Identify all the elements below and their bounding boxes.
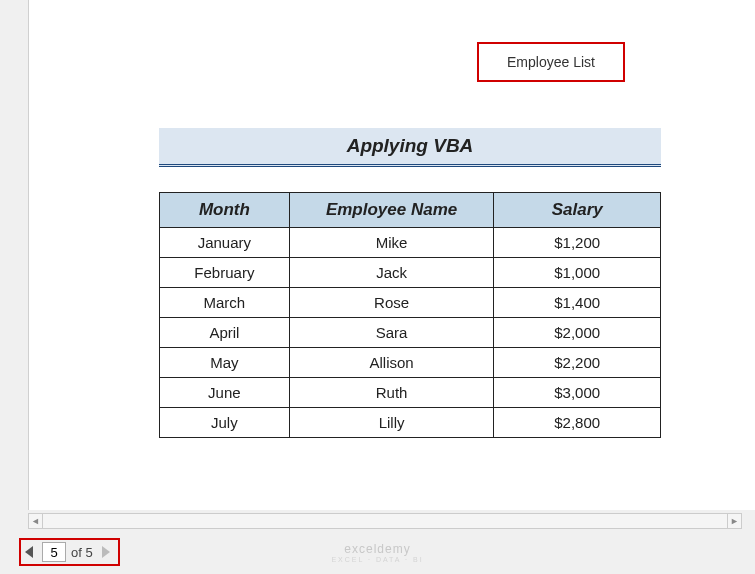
cell-month: July	[160, 408, 290, 438]
cell-salary: $1,200	[494, 228, 661, 258]
title-row: Applying VBA	[159, 128, 661, 167]
header-label: Employee List	[477, 42, 625, 82]
watermark-sub: EXCEL · DATA · BI	[331, 556, 423, 563]
cell-employee: Mike	[289, 228, 494, 258]
cell-salary: $3,000	[494, 378, 661, 408]
page-preview: Employee List Applying VBA Month Employe…	[28, 0, 755, 510]
cell-employee: Lilly	[289, 408, 494, 438]
table-row: February Jack $1,000	[160, 258, 661, 288]
cell-employee: Allison	[289, 348, 494, 378]
footer-bar: of 5 exceldemy EXCEL · DATA · BI	[0, 532, 755, 574]
cell-salary: $2,800	[494, 408, 661, 438]
col-salary: Salary	[494, 193, 661, 228]
watermark-main: exceldemy	[331, 542, 423, 556]
table-row: May Allison $2,200	[160, 348, 661, 378]
table-row: April Sara $2,000	[160, 318, 661, 348]
page-title: Applying VBA	[159, 128, 661, 167]
scroll-right-icon[interactable]: ►	[727, 514, 741, 528]
scroll-left-icon[interactable]: ◄	[29, 514, 43, 528]
svg-marker-0	[25, 546, 33, 558]
table-row: July Lilly $2,800	[160, 408, 661, 438]
watermark: exceldemy EXCEL · DATA · BI	[331, 542, 423, 563]
cell-month: April	[160, 318, 290, 348]
page-total-label: of 5	[71, 545, 93, 560]
prev-page-icon[interactable]	[23, 543, 37, 561]
table-row: March Rose $1,400	[160, 288, 661, 318]
page-number-input[interactable]	[42, 542, 66, 562]
cell-employee: Jack	[289, 258, 494, 288]
cell-month: May	[160, 348, 290, 378]
col-month: Month	[160, 193, 290, 228]
cell-month: January	[160, 228, 290, 258]
cell-salary: $2,200	[494, 348, 661, 378]
cell-month: February	[160, 258, 290, 288]
cell-salary: $2,000	[494, 318, 661, 348]
next-page-icon[interactable]	[98, 543, 112, 561]
cell-employee: Sara	[289, 318, 494, 348]
table-row: June Ruth $3,000	[160, 378, 661, 408]
cell-employee: Ruth	[289, 378, 494, 408]
cell-employee: Rose	[289, 288, 494, 318]
page-navigation: of 5	[19, 538, 120, 566]
cell-salary: $1,400	[494, 288, 661, 318]
data-table: Month Employee Name Salary January Mike …	[159, 192, 661, 438]
cell-month: March	[160, 288, 290, 318]
table-header-row: Month Employee Name Salary	[160, 193, 661, 228]
cell-month: June	[160, 378, 290, 408]
svg-marker-1	[102, 546, 110, 558]
cell-salary: $1,000	[494, 258, 661, 288]
horizontal-scrollbar[interactable]: ◄ ►	[28, 513, 742, 529]
table-row: January Mike $1,200	[160, 228, 661, 258]
col-employee: Employee Name	[289, 193, 494, 228]
